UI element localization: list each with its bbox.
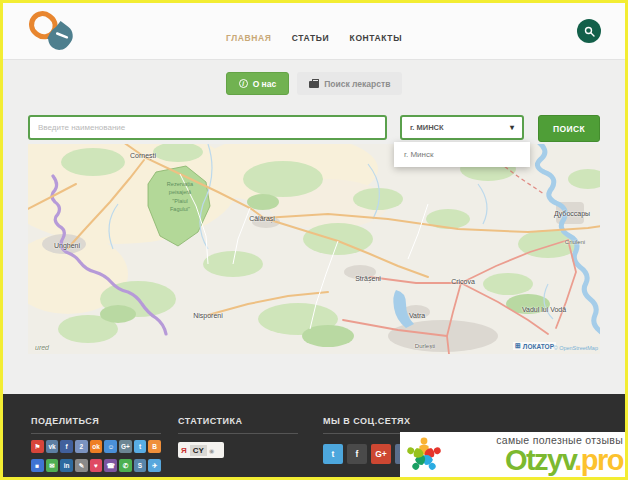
locator-label: ЛОКАТОР	[523, 343, 554, 350]
share-viber-icon[interactable]: ☎	[104, 459, 117, 472]
share-delicious-icon[interactable]: ■	[31, 459, 44, 472]
search-bar: г. МИНСК ▾ г. Минск ПОИСК	[3, 95, 625, 142]
drug-search-label: Поиск лекарств	[324, 79, 390, 89]
map-canvas[interactable]	[28, 144, 600, 354]
share-facebook-count: 2	[75, 440, 88, 453]
share-lovethis-icon[interactable]: ♥	[90, 459, 103, 472]
about-button[interactable]: i О нас	[226, 72, 290, 95]
counter-left-glyph: Я	[178, 446, 190, 455]
pill-logo[interactable]	[25, 9, 79, 55]
social-twitter-icon[interactable]: t	[323, 444, 343, 464]
social-title: МЫ В СОЦ.СЕТЯХ	[323, 416, 471, 426]
counter-cy-label: CY	[190, 445, 207, 456]
search-icon	[584, 26, 595, 37]
watermark-text: самые полезные отзывы Otzyv.pro	[444, 434, 625, 475]
stats-title: СТАТИСТИКА	[178, 416, 298, 426]
city-dropdown-panel: г. Минск	[394, 142, 530, 167]
share-messenger-icon[interactable]: ✉	[46, 459, 59, 472]
visit-counter-badge[interactable]: Я CY ◉	[178, 442, 224, 458]
divider	[178, 433, 298, 434]
drug-search-button[interactable]: Поиск лекарств	[297, 72, 402, 95]
search-submit-button[interactable]: ПОИСК	[538, 115, 600, 142]
share-bookmarks-icon[interactable]: ⚑	[31, 440, 44, 453]
share-moimir-icon[interactable]: ☺	[104, 440, 117, 453]
briefcase-icon	[309, 81, 319, 88]
social-googleplus-icon[interactable]: G+	[371, 444, 391, 464]
share-odnoklassniki-icon[interactable]: ok	[90, 440, 103, 453]
nav-item-articles[interactable]: СТАТЬИ	[292, 33, 329, 43]
otzyv-people-circle-icon	[404, 435, 444, 475]
locator-badge[interactable]: ⊞ ЛОКАТОР	[513, 342, 556, 350]
quick-buttons: i О нас Поиск лекарств	[3, 60, 625, 95]
info-icon: i	[239, 79, 248, 88]
share-googleplus-icon[interactable]: G+	[119, 440, 132, 453]
share-icons-row1: ⚑ vk f 2 ok ☺ G+ t B	[31, 440, 161, 453]
locator-icon: ⊞	[515, 342, 521, 350]
about-button-label: О нас	[253, 79, 277, 89]
share-telegram-icon[interactable]: ✈	[148, 459, 161, 472]
nav-item-home[interactable]: ГЛАВНАЯ	[226, 33, 271, 43]
share-title: ПОДЕЛИТЬСЯ	[31, 416, 161, 426]
chevron-down-icon: ▾	[510, 123, 514, 132]
city-select-value: г. МИНСК	[410, 123, 444, 132]
share-facebook-icon[interactable]: f	[60, 440, 73, 453]
city-option-minsk[interactable]: г. Минск	[394, 142, 530, 167]
share-icons-row2: ■ ✉ in ✎ ♥ ☎ ✆ S ✈	[31, 459, 161, 472]
share-skype-icon[interactable]: S	[134, 459, 147, 472]
share-blogger-icon[interactable]: B	[148, 440, 161, 453]
osm-attribution-link[interactable]: © OpenStreetMap	[554, 345, 598, 351]
page: ГЛАВНАЯ СТАТЬИ КОНТАКТЫ i О нас Поиск ле…	[0, 0, 628, 480]
divider	[31, 433, 161, 434]
share-whatsapp-icon[interactable]: ✆	[119, 459, 132, 472]
content-section: i О нас Поиск лекарств г. МИНСК ▾ г. Мин…	[3, 60, 625, 394]
share-linkedin-icon[interactable]: in	[60, 459, 73, 472]
otzyv-watermark: самые полезные отзывы Otzyv.pro	[400, 432, 625, 477]
nav-search-button[interactable]	[577, 19, 601, 43]
share-vk-icon[interactable]: vk	[46, 440, 59, 453]
footer-share-column: ПОДЕЛИТЬСЯ ⚑ vk f 2 ok ☺ G+ t B ■ ✉ in ✎…	[31, 416, 161, 472]
footer: ПОДЕЛИТЬСЯ ⚑ vk f 2 ok ☺ G+ t B ■ ✉ in ✎…	[3, 394, 625, 477]
map-container[interactable]: Cornești Călărași Ungheni Nisporeni Stră…	[28, 144, 600, 354]
watermark-brand: Otzyv.pro	[444, 446, 623, 475]
city-select-wrap: г. МИНСК ▾ г. Минск	[400, 115, 524, 140]
brand-otzyv: Otzyv	[505, 444, 574, 476]
nav-item-contacts[interactable]: КОНТАКТЫ	[350, 33, 402, 43]
brand-pro: .pro	[574, 444, 623, 476]
counter-right-glyph: ◉	[207, 447, 216, 454]
share-attach-icon[interactable]: ✎	[75, 459, 88, 472]
navbar: ГЛАВНАЯ СТАТЬИ КОНТАКТЫ	[3, 3, 625, 60]
city-select[interactable]: г. МИНСК ▾	[400, 115, 524, 140]
social-facebook-icon[interactable]: f	[347, 444, 367, 464]
footer-stats-column: СТАТИСТИКА Я CY ◉	[178, 416, 298, 458]
main-menu: ГЛАВНАЯ СТАТЬИ КОНТАКТЫ	[218, 27, 410, 45]
share-twitter-icon[interactable]: t	[134, 440, 147, 453]
search-input[interactable]	[28, 115, 387, 140]
